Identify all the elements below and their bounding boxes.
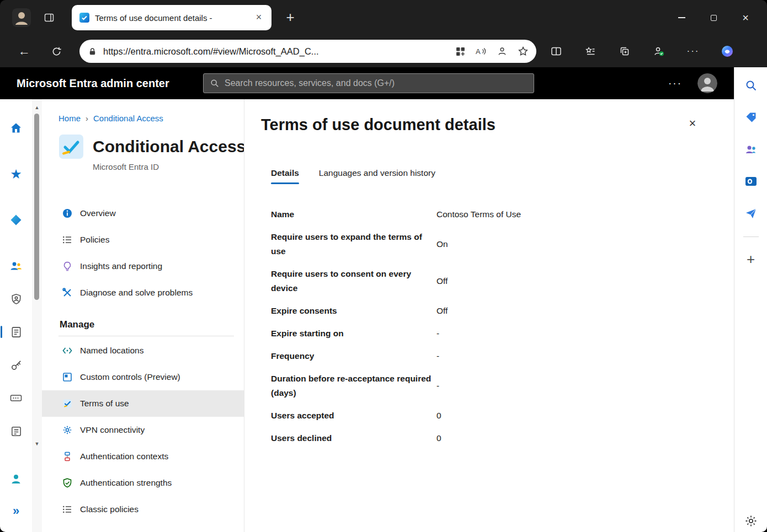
global-search[interactable] [203, 73, 534, 93]
sidebar-item-classic-policies[interactable]: Classic policies [42, 496, 244, 523]
field-label: Name [271, 207, 436, 222]
header-more-icon[interactable]: ··· [668, 77, 682, 89]
read-aloud-icon[interactable]: A [472, 42, 490, 60]
tab-details[interactable]: Details [271, 168, 299, 184]
sidebar-search-icon[interactable] [741, 76, 761, 95]
drop-icon[interactable] [741, 203, 761, 223]
conditional-access-icon[interactable] [4, 320, 28, 344]
maximize-button[interactable] [697, 0, 729, 35]
scrollbar-up-button[interactable]: ▲ [32, 105, 42, 110]
sidebar-item-label: Named locations [80, 346, 143, 356]
entra-id-icon[interactable] [4, 208, 28, 232]
search-input[interactable] [225, 78, 527, 88]
field-label: Require users to consent on every device [271, 267, 436, 295]
keys-icon[interactable] [4, 353, 28, 377]
sidebar-item-diagnose[interactable]: Diagnose and solve problems [42, 280, 244, 306]
svg-text:A: A [476, 47, 481, 56]
tab-title: Terms of use document details - [95, 13, 252, 23]
sidebar-item-vpn-connectivity[interactable]: VPN connectivity [42, 417, 244, 443]
scrollbar-down-button[interactable]: ▼ [32, 441, 42, 447]
account-avatar[interactable] [697, 73, 717, 93]
sidebar-item-custom-controls[interactable]: Custom controls (Preview) [42, 364, 244, 390]
field-label: Require users to expand the terms of use [271, 230, 436, 259]
entra-header: Microsoft Entra admin center ··· [0, 67, 734, 99]
add-sidebar-item-button[interactable]: + [741, 249, 761, 269]
field-value: Off [436, 304, 448, 318]
sidebar-item-authentication-strengths[interactable]: Authentication strengths [42, 470, 244, 496]
lock-icon [88, 47, 97, 56]
list-icon [61, 234, 73, 246]
refresh-button[interactable] [45, 40, 67, 62]
conditional-access-logo-icon [58, 134, 84, 159]
apps-icon[interactable] [451, 42, 469, 60]
sidebar-item-policies[interactable]: Policies [42, 227, 244, 253]
split-screen-icon[interactable] [545, 40, 567, 62]
browser-tab[interactable]: Terms of use document details - × [72, 5, 271, 30]
sidebar-item-authentication-contexts[interactable]: Authentication contexts [42, 443, 244, 470]
page-subtitle: Microsoft Entra ID [93, 162, 244, 171]
field-value: - [436, 326, 439, 341]
field-label: Frequency [271, 349, 436, 363]
sidebar-item-label: Diagnose and solve problems [80, 288, 193, 298]
shopping-icon[interactable] [741, 108, 761, 127]
sidebar-item-label: Authentication strengths [80, 478, 172, 488]
sidebar-item-named-locations[interactable]: Named locations [42, 337, 244, 364]
browser-essentials-icon[interactable] [648, 40, 670, 62]
home-icon[interactable] [4, 116, 28, 140]
toolbar-more-icon[interactable]: ··· [682, 40, 704, 62]
copilot-icon[interactable] [716, 40, 738, 62]
sidebar-item-label: VPN connectivity [80, 425, 145, 435]
page-profile-icon[interactable] [493, 42, 511, 60]
new-tab-button[interactable]: + [280, 8, 300, 28]
tools-icon [61, 287, 73, 299]
address-bar[interactable]: https://entra.microsoft.com/#view/Micros… [79, 40, 536, 63]
sidebar-item-label: Insights and reporting [80, 261, 162, 271]
security-shield-icon[interactable] [4, 287, 28, 311]
sidebar-item-terms-of-use[interactable]: Terms of use [42, 390, 244, 417]
sidebar-item-label: Authentication contexts [80, 452, 168, 461]
back-button[interactable]: ← [13, 40, 35, 62]
notes-icon[interactable] [4, 419, 28, 443]
minimize-button[interactable] [665, 0, 697, 35]
breadcrumb-current-link[interactable]: Conditional Access [93, 114, 163, 123]
sidebar-divider [743, 237, 759, 237]
users-icon[interactable] [4, 254, 28, 278]
profile-avatar-icon [12, 8, 31, 27]
lightbulb-icon [61, 260, 73, 272]
named-locations-icon [61, 345, 73, 357]
sidebar-settings-icon[interactable] [741, 511, 761, 531]
sidebar-scrollbar[interactable]: ▲ ▼ [32, 99, 42, 532]
window-close-button[interactable]: × [729, 0, 761, 35]
tab-close-icon[interactable]: × [252, 10, 266, 25]
collections-icon[interactable] [614, 40, 636, 62]
breadcrumb: Home › Conditional Access [58, 114, 244, 123]
sidebar-item-overview[interactable]: Overview [42, 200, 244, 227]
panel-title: Terms of use document details [261, 116, 684, 134]
browser-profile-button[interactable] [12, 8, 31, 27]
browser-window: Terms of use document details - × + × ← … [0, 0, 767, 532]
field-value: - [436, 349, 439, 363]
favorites-hub-icon[interactable] [579, 40, 601, 62]
tab-languages-version-history[interactable]: Languages and version history [319, 168, 435, 184]
breadcrumb-home-link[interactable]: Home [58, 114, 81, 123]
shield-check-icon [61, 477, 73, 489]
outlook-icon[interactable] [741, 171, 761, 191]
field-row-require-consent: Require users to consent on every device… [271, 267, 635, 295]
field-row-users-accepted: Users accepted 0 [271, 409, 635, 423]
edge-sidebar: + [734, 67, 767, 532]
field-label: Users declined [271, 431, 436, 445]
user-icon[interactable] [4, 467, 28, 491]
people-icon[interactable] [741, 139, 761, 159]
url-text[interactable]: https://entra.microsoft.com/#view/Micros… [103, 46, 451, 57]
field-label: Users accepted [271, 409, 436, 423]
passwords-icon[interactable] [4, 386, 28, 410]
field-row-expire-starting: Expire starting on - [271, 326, 635, 341]
sidebar-item-insights[interactable]: Insights and reporting [42, 253, 244, 280]
section-divider [58, 336, 234, 336]
scrollbar-thumb[interactable] [34, 114, 39, 300]
tab-actions-icon[interactable] [40, 8, 58, 27]
expand-rail-button[interactable]: » [4, 499, 28, 523]
favorite-star-icon[interactable] [514, 42, 532, 60]
panel-close-icon[interactable]: × [684, 116, 701, 132]
favorites-star-icon[interactable]: ★ [4, 162, 28, 186]
